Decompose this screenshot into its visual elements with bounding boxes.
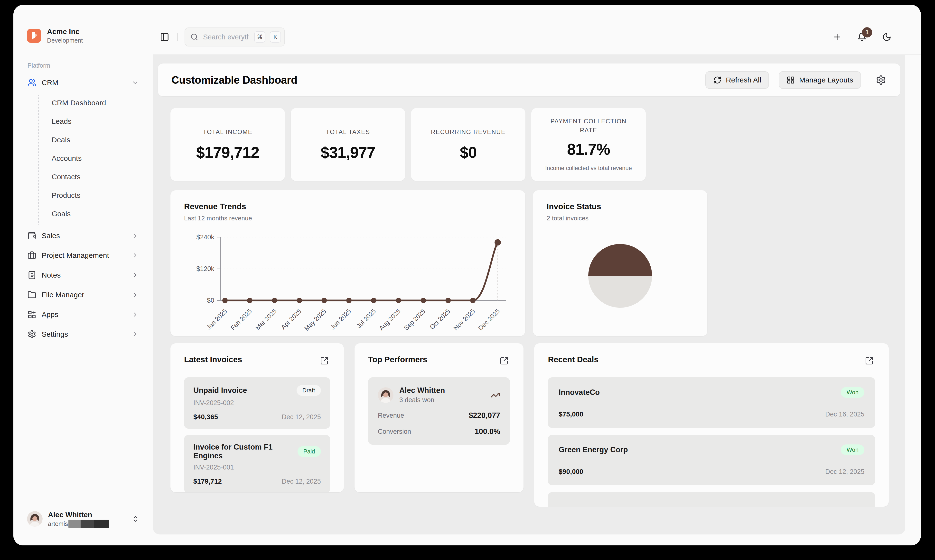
status-badge: Won — [841, 445, 864, 455]
charts-row: Revenue Trends Last 12 months revenue $0… — [170, 190, 889, 336]
sidebar-item-label: Sales — [42, 232, 60, 240]
sidebar-toggle-button[interactable] — [159, 31, 170, 43]
dark-mode-toggle[interactable] — [881, 31, 893, 43]
invoice-number: INV-2025-001 — [193, 464, 321, 471]
sidebar-item-settings[interactable]: Settings — [24, 326, 142, 342]
deal-list-item-clipped[interactable] — [548, 492, 875, 507]
card-title: Invoice Status — [547, 202, 694, 211]
external-link-icon — [320, 356, 329, 365]
open-deals-button[interactable] — [863, 355, 875, 366]
gear-icon — [28, 330, 36, 338]
revenue-line-chart: $0$120k$240kJan 2025Feb 2025Mar 2025Apr … — [184, 226, 512, 334]
screenshot: Acme Inc Development Platform CRM CRM Da… — [0, 0, 935, 560]
svg-text:Apr 2025: Apr 2025 — [279, 308, 303, 331]
main-area: ⌘ K 1 Customizable Dash — [153, 5, 921, 545]
sidebar-item-crm-dashboard[interactable]: CRM Dashboard — [39, 95, 142, 111]
stat-note: Income collected vs total revenue — [545, 164, 632, 172]
dashboard-panel: Customizable Dashboard Refresh All Manag… — [153, 55, 905, 534]
svg-text:$240k: $240k — [196, 234, 214, 241]
sidebar-item-accounts[interactable]: Accounts — [39, 151, 142, 166]
top-performers-card: Top Performers Alec Whit — [355, 343, 524, 492]
invoice-status-card: Invoice Status 2 total invoices — [533, 190, 707, 336]
sidebar-item-label: Notes — [42, 271, 61, 279]
card-title: Recent Deals — [548, 355, 598, 364]
invoice-number: INV-2025-002 — [193, 399, 321, 407]
stat-value: $0 — [460, 143, 477, 162]
svg-text:Feb 2025: Feb 2025 — [229, 308, 253, 332]
sidebar-item-notes[interactable]: Notes — [24, 267, 142, 283]
sidebar-item-crm[interactable]: CRM — [24, 75, 142, 91]
moon-icon — [882, 32, 892, 42]
svg-text:Aug 2025: Aug 2025 — [378, 308, 402, 332]
performer-list-item[interactable]: Alec Whitten 3 deals won Revenue $220,07… — [368, 377, 510, 445]
user-handle: artemis — [48, 520, 68, 528]
revenue-label: Revenue — [378, 412, 404, 419]
page-title: Customizable Dashboard — [171, 74, 297, 86]
invoice-list-item[interactable]: Invoice for Custom F1 Engines Paid INV-2… — [184, 435, 330, 492]
users-icon — [28, 78, 36, 87]
invoice-date: Dec 12, 2025 — [282, 413, 321, 421]
open-invoices-button[interactable] — [318, 355, 330, 366]
redacted-text — [68, 520, 110, 528]
kbd-cmd: ⌘ — [254, 31, 265, 43]
dashboard-settings-button[interactable] — [875, 74, 887, 86]
invoice-date: Dec 12, 2025 — [282, 478, 321, 485]
trending-up-icon — [491, 390, 500, 400]
stat-value: 81.7% — [567, 140, 610, 158]
sidebar-item-deals[interactable]: Deals — [39, 132, 142, 148]
sidebar-item-label: File Manager — [42, 291, 84, 299]
sidebar-item-label: Apps — [42, 311, 58, 319]
stat-card-total-taxes: TOTAL TAXES $31,977 — [291, 108, 405, 181]
svg-text:Nov 2025: Nov 2025 — [452, 308, 477, 332]
revenue-trends-card: Revenue Trends Last 12 months revenue $0… — [170, 190, 525, 336]
search-box[interactable]: ⌘ K — [185, 28, 285, 46]
stat-card-total-income: TOTAL INCOME $179,712 — [170, 108, 285, 181]
manage-layouts-button[interactable]: Manage Layouts — [779, 71, 861, 89]
workspace-switcher[interactable]: Acme Inc Development — [24, 27, 142, 44]
status-badge: Paid — [298, 446, 321, 457]
plus-icon — [833, 32, 842, 42]
svg-text:$120k: $120k — [196, 265, 214, 272]
stat-label: RECURRING REVENUE — [431, 128, 506, 137]
refresh-all-button[interactable]: Refresh All — [705, 71, 769, 89]
card-title: Revenue Trends — [184, 202, 512, 211]
apps-grid-icon — [28, 310, 36, 319]
org-name: Acme Inc — [47, 27, 83, 36]
invoice-list-item[interactable]: Unpaid Invoice Draft INV-2025-002 $40,36… — [184, 377, 330, 429]
sidebar: Acme Inc Development Platform CRM CRM Da… — [13, 5, 153, 545]
folder-icon — [28, 291, 36, 299]
sidebar-item-file-manager[interactable]: File Manager — [24, 287, 142, 303]
open-performers-button[interactable] — [498, 355, 510, 366]
external-link-icon — [865, 356, 874, 365]
topbar-divider — [177, 33, 178, 41]
search-input[interactable] — [202, 33, 250, 42]
external-link-icon — [500, 356, 508, 365]
sidebar-item-sales[interactable]: Sales — [24, 228, 142, 243]
performer-name: Alec Whitten — [399, 386, 445, 395]
stat-label: TOTAL TAXES — [326, 128, 370, 137]
user-name: Alec Whitten — [48, 510, 110, 519]
deal-list-item[interactable]: Green Energy Corp Won $90,000 Dec 12, 20… — [548, 435, 875, 485]
sidebar-item-leads[interactable]: Leads — [39, 114, 142, 129]
deal-name: Green Energy Corp — [559, 445, 628, 454]
svg-text:Jul 2025: Jul 2025 — [355, 308, 377, 330]
latest-invoices-card: Latest Invoices Unpaid Invoice Draft INV… — [170, 343, 344, 492]
sidebar-item-products[interactable]: Products — [39, 188, 142, 203]
svg-text:Dec 2025: Dec 2025 — [477, 308, 501, 332]
add-button[interactable] — [831, 31, 843, 43]
deal-name: InnovateCo — [559, 388, 600, 397]
kbd-k: K — [270, 31, 281, 43]
svg-text:Sep 2025: Sep 2025 — [403, 308, 427, 332]
stat-card-payment-collection-rate: PAYMENT COLLECTION RATE 81.7% Income col… — [531, 108, 646, 181]
deal-list-item[interactable]: InnovateCo Won $75,000 Dec 16, 2025 — [548, 377, 875, 428]
sidebar-item-contacts[interactable]: Contacts — [39, 169, 142, 185]
sidebar-item-goals[interactable]: Goals — [39, 206, 142, 222]
layout-grid-icon — [787, 76, 795, 84]
user-menu[interactable]: Alec Whitten artemis — [24, 504, 142, 546]
sidebar-item-apps[interactable]: Apps — [24, 307, 142, 322]
deal-amount: $75,000 — [559, 411, 583, 418]
topbar: ⌘ K 1 — [153, 5, 921, 55]
svg-text:Jun 2025: Jun 2025 — [329, 308, 352, 331]
wallet-icon — [28, 231, 36, 240]
sidebar-item-project-management[interactable]: Project Management — [24, 248, 142, 263]
